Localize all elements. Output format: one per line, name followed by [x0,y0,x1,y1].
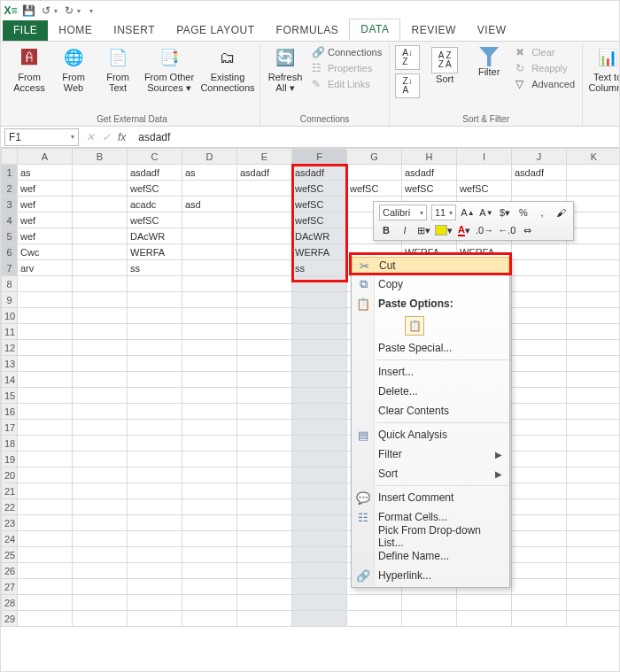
cell-K15[interactable] [567,388,621,404]
cell-E14[interactable] [237,372,292,388]
qat-customize-icon[interactable]: ▾ [89,7,93,15]
cell-F20[interactable] [292,467,347,483]
cell-D6[interactable] [182,244,237,260]
edit-links-button[interactable]: ✎Edit Links [310,77,384,91]
cell-D2[interactable] [182,181,237,197]
cell-F6[interactable]: WERFA [292,244,347,260]
cell-F7[interactable]: ss [292,260,347,276]
row-header-26[interactable]: 26 [2,563,18,579]
ctx-filter[interactable]: Filter▶ [352,444,509,464]
percent-format-button[interactable]: % [516,205,531,220]
cell-F11[interactable] [292,324,347,340]
cell-A9[interactable] [18,292,73,308]
cell-E26[interactable] [237,563,292,579]
cell-E23[interactable] [237,515,292,531]
fill-color-button[interactable]: ▾ [435,223,453,237]
cell-C8[interactable] [128,276,182,292]
cell-B20[interactable] [73,467,128,483]
cell-J12[interactable] [512,340,567,356]
from-other-sources-button[interactable]: 📑From Other Sources ▾ [143,45,196,93]
cell-B23[interactable] [73,515,128,531]
cell-J21[interactable] [512,483,567,499]
cell-D21[interactable] [182,483,237,499]
cell-A26[interactable] [18,563,73,579]
cell-A20[interactable] [18,467,73,483]
col-header-H[interactable]: H [402,149,457,165]
properties-button[interactable]: ☷Properties [310,61,384,75]
cell-J9[interactable] [512,292,567,308]
cell-F14[interactable] [292,372,347,388]
cell-C18[interactable] [128,436,182,452]
cell-J7[interactable] [512,260,567,276]
cell-A7[interactable]: arv [18,260,73,276]
cell-K21[interactable] [567,483,621,499]
cell-A16[interactable] [18,404,73,420]
shrink-font-button[interactable]: A▼ [479,205,493,220]
cell-A14[interactable] [18,372,73,388]
tab-review[interactable]: REVIEW [400,20,466,41]
cell-C6[interactable]: WERFA [128,244,182,260]
cell-B26[interactable] [73,563,128,579]
cell-E9[interactable] [237,292,292,308]
cell-F22[interactable] [292,499,347,515]
cell-A1[interactable]: as [18,165,73,181]
cell-E24[interactable] [237,531,292,547]
cell-D8[interactable] [182,276,237,292]
cell-A10[interactable] [18,308,73,324]
cell-C2[interactable]: wefSC [128,181,182,197]
row-header-24[interactable]: 24 [2,531,18,547]
cell-K9[interactable] [567,292,621,308]
row-header-8[interactable]: 8 [2,276,18,292]
row-header-28[interactable]: 28 [2,595,18,611]
cell-A2[interactable]: wef [18,181,73,197]
connections-button[interactable]: 🔗Connections [310,45,384,59]
cell-E22[interactable] [237,499,292,515]
cell-F23[interactable] [292,515,347,531]
cell-J24[interactable] [512,531,567,547]
cell-F5[interactable]: DAcWR [292,228,347,244]
row-header-19[interactable]: 19 [2,452,18,467]
cell-A17[interactable] [18,420,73,436]
save-icon[interactable]: 💾 [22,4,35,17]
cell-C19[interactable] [128,452,182,467]
format-painter-button[interactable]: 🖌 [554,205,568,220]
row-header-16[interactable]: 16 [2,404,18,420]
cell-I2[interactable]: wefSC [457,181,512,197]
cell-F29[interactable] [292,611,347,627]
cell-E29[interactable] [237,611,292,627]
ctx-hyperlink[interactable]: 🔗Hyperlink... [352,566,509,585]
tab-data[interactable]: DATA [349,19,400,41]
cell-J10[interactable] [512,308,567,324]
ctx-paste-special[interactable]: Paste Special... [352,338,509,358]
cell-A22[interactable] [18,499,73,515]
cell-K4[interactable] [567,212,621,228]
refresh-all-button[interactable]: 🔄Refresh All ▾ [266,45,305,93]
cell-F15[interactable] [292,388,347,404]
cell-B12[interactable] [73,340,128,356]
reapply-button[interactable]: ↻Reapply [514,61,577,75]
cell-E10[interactable] [237,308,292,324]
cell-F28[interactable] [292,595,347,611]
cell-H29[interactable] [402,611,457,627]
cell-F25[interactable] [292,547,347,563]
cell-D26[interactable] [182,563,237,579]
border-button[interactable]: ⊞▾ [416,223,430,237]
clear-filter-button[interactable]: ✖Clear [514,45,577,59]
cell-D5[interactable] [182,228,237,244]
cell-E6[interactable] [237,244,292,260]
cell-B24[interactable] [73,531,128,547]
tab-home[interactable]: HOME [48,20,103,41]
ctx-define-name[interactable]: Define Name... [352,546,509,566]
cell-J18[interactable] [512,436,567,452]
cell-C9[interactable] [128,292,182,308]
cell-E12[interactable] [237,340,292,356]
cell-F17[interactable] [292,420,347,436]
cell-H28[interactable] [402,595,457,611]
cell-E27[interactable] [237,579,292,595]
ctx-delete[interactable]: Delete... [352,382,509,401]
row-header-2[interactable]: 2 [2,181,18,197]
cell-E20[interactable] [237,467,292,483]
comma-format-button[interactable]: , [535,205,549,220]
cell-C4[interactable]: wefSC [128,212,182,228]
row-header-11[interactable]: 11 [2,324,18,340]
